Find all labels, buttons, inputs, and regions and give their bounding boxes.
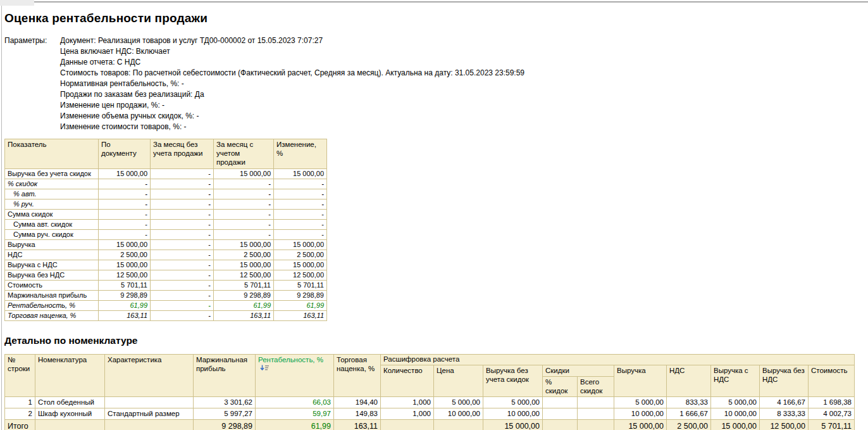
summary-column-header[interactable]: Показатель [5,139,99,169]
summary-row-label[interactable]: % скидок [5,179,99,189]
summary-cell[interactable]: 15 000,00 [214,240,274,250]
summary-cell[interactable]: - [274,199,327,210]
detail-column-header[interactable]: Всего скидок [578,377,614,397]
detail-cell[interactable] [105,397,194,408]
detail-cell[interactable]: 2 [5,408,35,420]
summary-row-label[interactable]: Сумма скидок [5,210,99,220]
detail-cell[interactable]: 10 000,00 [434,408,483,420]
summary-cell[interactable]: - [151,240,214,250]
summary-cell[interactable]: 15 000,00 [214,169,274,179]
detail-cell[interactable]: 5 000,00 [711,397,760,408]
summary-cell[interactable]: 163,11 [274,311,327,321]
summary-cell[interactable]: 61,99 [99,301,151,311]
detail-cell[interactable]: 1,000 [381,397,434,408]
detail-cell[interactable]: 163,11 [334,420,381,430]
summary-cell[interactable]: - [274,230,327,240]
detail-cell[interactable]: 8 333,33 [760,408,809,420]
summary-cell[interactable]: 15 000,00 [214,260,274,270]
detail-cell[interactable]: 2 500,00 [667,420,711,430]
summary-cell[interactable]: 2 500,00 [214,250,274,260]
detail-column-header[interactable]: Торговая наценка, % [334,355,381,397]
detail-cell[interactable]: 61,99 [256,420,334,430]
summary-cell[interactable]: - [151,179,214,189]
summary-cell[interactable]: - [151,189,214,199]
summary-cell[interactable]: 61,99 [214,301,274,311]
detail-cell[interactable]: 5 701,11 [809,420,855,430]
detail-column-header[interactable]: Характеристика [105,355,194,397]
summary-cell[interactable]: - [151,311,214,321]
summary-cell[interactable]: 163,11 [214,311,274,321]
summary-cell[interactable]: 9 298,89 [274,291,327,301]
detail-cell[interactable]: 10 000,00 [483,408,543,420]
summary-cell[interactable]: - [151,220,214,230]
detail-cell[interactable]: 1,000 [381,408,434,420]
summary-cell[interactable]: 5 701,11 [214,281,274,291]
detail-column-header[interactable]: Выручка без учета скидок [483,365,543,397]
summary-cell[interactable]: - [274,210,327,220]
detail-cell[interactable]: 3 301,62 [194,397,256,408]
summary-cell[interactable]: - [151,270,214,281]
summary-cell[interactable]: - [99,220,151,230]
detail-cell[interactable] [543,420,578,430]
group-header-discounts[interactable]: Скидки [543,365,614,377]
detail-cell[interactable] [578,408,614,420]
detail-cell[interactable]: 149,83 [334,408,381,420]
detail-cell[interactable]: 15 000,00 [483,420,543,430]
summary-row-label[interactable]: Торговая наценка, % [5,311,99,321]
summary-row-label[interactable]: Стоимость [5,281,99,291]
detail-cell[interactable]: 4 002,73 [809,408,855,420]
summary-cell[interactable]: 15 000,00 [99,260,151,270]
summary-cell[interactable]: - [151,301,214,311]
summary-cell[interactable]: - [151,291,214,301]
detail-cell[interactable]: 833,33 [667,397,711,408]
sort-descending-icon[interactable] [260,365,269,372]
detail-cell[interactable]: 9 298,89 [194,420,256,430]
summary-cell[interactable]: 9 298,89 [214,291,274,301]
summary-cell[interactable]: - [214,179,274,189]
detail-column-header[interactable]: Стоимость [809,365,855,397]
detail-column-header[interactable]: Маржинальная прибыль [194,355,256,397]
summary-row-label[interactable]: Выручка без учета скидок [5,169,99,179]
summary-cell[interactable]: 15 000,00 [274,169,327,179]
detail-column-header[interactable]: % скидок [543,377,578,397]
summary-cell[interactable]: - [151,199,214,210]
summary-cell[interactable]: 163,11 [99,311,151,321]
detail-cell[interactable] [543,408,578,420]
detail-cell[interactable]: Шкаф кухонный [35,408,105,420]
summary-column-header[interactable]: По документу [99,139,151,169]
summary-cell[interactable]: - [214,230,274,240]
summary-cell[interactable]: - [214,210,274,220]
summary-cell[interactable]: 12 500,00 [214,270,274,281]
summary-cell[interactable]: - [274,189,327,199]
summary-cell[interactable]: 61,99 [274,301,327,311]
detail-column-header[interactable]: Количество [381,365,434,397]
summary-cell[interactable]: - [214,199,274,210]
detail-cell[interactable]: Стол обеденный [35,397,105,408]
detail-cell[interactable] [578,397,614,408]
detail-cell[interactable]: 5 997,27 [194,408,256,420]
summary-cell[interactable]: - [151,210,214,220]
group-header-calculation[interactable]: Расшифровка расчета [381,355,855,365]
summary-cell[interactable]: - [274,179,327,189]
detail-column-header[interactable]: Рентабельность, % [256,355,334,397]
detail-cell[interactable]: 15 000,00 [614,420,667,430]
summary-row-label[interactable]: Маржинальная прибыль [5,291,99,301]
summary-cell[interactable]: 15 000,00 [99,240,151,250]
detail-cell[interactable]: 10 000,00 [614,408,667,420]
summary-cell[interactable]: 15 000,00 [274,240,327,250]
detail-cell[interactable]: 194,40 [334,397,381,408]
summary-cell[interactable]: - [99,179,151,189]
detail-cell[interactable] [381,420,434,430]
detail-cell[interactable]: 66,03 [256,397,334,408]
detail-cell[interactable]: 12 500,00 [760,420,809,430]
detail-cell[interactable] [543,397,578,408]
summary-cell[interactable]: - [151,169,214,179]
summary-cell[interactable]: - [151,260,214,270]
summary-cell[interactable]: 5 701,11 [274,281,327,291]
summary-row-label[interactable]: НДС [5,250,99,260]
detail-cell[interactable]: 4 166,67 [760,397,809,408]
summary-cell[interactable]: - [151,250,214,260]
summary-cell[interactable]: - [151,230,214,240]
summary-cell[interactable]: 15 000,00 [274,260,327,270]
summary-column-header[interactable]: За месяц без учета продажи [151,139,214,169]
